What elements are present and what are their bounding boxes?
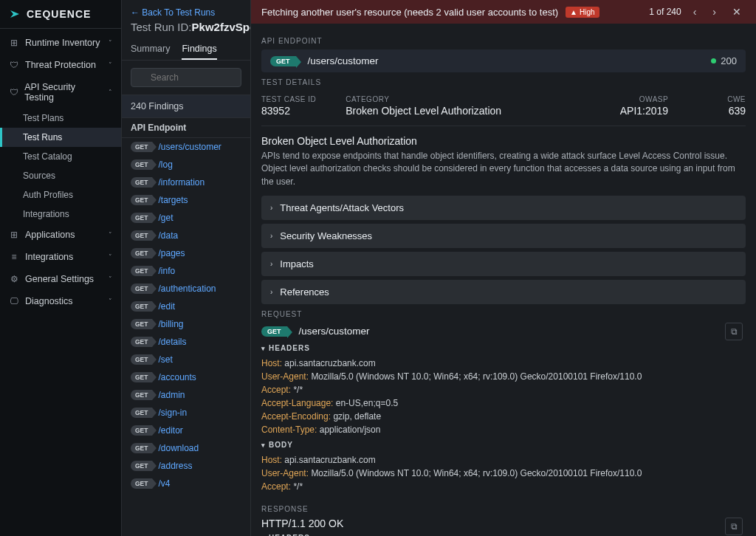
method-pill: GET — [270, 56, 296, 66]
endpoint-row[interactable]: GET/details — [122, 333, 250, 351]
back-link[interactable]: Back To Test Runs — [122, 0, 250, 21]
method-badge: GET — [131, 354, 152, 365]
method-badge: GET — [131, 443, 152, 453]
accordion-impacts[interactable]: ›Impacts — [261, 252, 746, 276]
accordion-references[interactable]: ›References — [261, 280, 746, 304]
header-line: Accept: */* — [261, 383, 746, 396]
endpoint-path: /accounts — [158, 372, 196, 382]
alert-title: Fetching another user's resource (needs … — [261, 7, 558, 18]
request-headers-toggle[interactable]: ▾HEADERS — [261, 344, 746, 352]
copy-request-button[interactable]: ⧉ — [725, 323, 743, 340]
endpoint-path: /pages — [158, 248, 185, 258]
nav-sub-test-catalog[interactable]: Test Catalog — [0, 147, 121, 166]
endpoint-row[interactable]: GET/sign-in — [122, 404, 250, 422]
endpoint-row[interactable]: GET/admin — [122, 386, 250, 404]
test-details-grid: TEST CASE ID 83952 CATEGORY Broken Objec… — [261, 91, 746, 126]
request-method-pill: GET — [261, 326, 287, 337]
close-button[interactable]: ✕ — [728, 6, 746, 18]
nav-label: General Settings — [25, 274, 94, 284]
method-badge: GET — [131, 337, 152, 347]
endpoint-row[interactable]: GET/editor — [122, 422, 250, 439]
endpoint-path: /targets — [158, 195, 188, 205]
section-response: RESPONSE — [261, 505, 746, 513]
method-badge: GET — [131, 390, 152, 400]
chevron-down-icon: ▾ — [261, 345, 266, 352]
endpoint-row[interactable]: GET/accounts — [122, 368, 250, 386]
alert-bar: Fetching another user's resource (needs … — [251, 0, 756, 24]
nav-item-runtime-inventory[interactable]: ⊞Runtime Inventory˅ — [0, 32, 121, 54]
endpoint-row[interactable]: GET/info — [122, 262, 250, 280]
endpoint-row[interactable]: GET/data — [122, 227, 250, 244]
nav-label: Integrations — [25, 252, 73, 262]
method-badge: GET — [131, 478, 152, 489]
endpoint-row[interactable]: GET/download — [122, 439, 250, 457]
endpoint-row[interactable]: GET/edit — [122, 298, 250, 315]
method-badge: GET — [131, 319, 152, 329]
section-request: REQUEST — [261, 310, 746, 318]
chevron-down-icon: ˅ — [109, 231, 112, 238]
column-header-endpoint: API Endpoint — [122, 118, 250, 138]
nav-sub-integrations[interactable]: Integrations — [0, 205, 121, 224]
request-body-toggle[interactable]: ▾BODY — [261, 441, 746, 449]
nav-item-applications[interactable]: ⊞Applications˅ — [0, 224, 121, 246]
search-input[interactable] — [131, 68, 241, 87]
nav-item-diagnostics[interactable]: 🖵Diagnostics˅ — [0, 290, 121, 312]
header-line: Accept-Encoding: gzip, deflate — [261, 410, 746, 423]
endpoint-path: /sign-in — [158, 408, 187, 418]
endpoint-path: /address — [158, 461, 192, 471]
tabs: Summary Findings — [122, 39, 250, 61]
chevron-right-icon: › — [270, 204, 272, 212]
endpoint-path: /details — [158, 337, 186, 347]
nav-icon: ≡ — [9, 252, 19, 262]
header-line: Host: api.santacruzbank.com — [261, 453, 746, 467]
method-badge: GET — [131, 301, 152, 312]
cwe: 639 — [727, 105, 746, 117]
header-line: Accept: */* — [261, 480, 746, 493]
endpoint-row[interactable]: GET/set — [122, 351, 250, 368]
endpoint-path: /get — [158, 213, 173, 223]
endpoint-row[interactable]: GET/get — [122, 209, 250, 227]
copy-response-button[interactable]: ⧉ — [725, 518, 743, 535]
accordion-label: References — [280, 286, 329, 298]
endpoint-row[interactable]: GET/log — [122, 156, 250, 173]
endpoint-row[interactable]: GET/targets — [122, 191, 250, 209]
accordion-threat-agents-attack-vectors[interactable]: ›Threat Agents/Attack Vectors — [261, 196, 746, 220]
nav-label: Applications — [25, 230, 75, 240]
nav-icon: ⊞ — [9, 38, 19, 48]
nav-sub-test-runs[interactable]: Test Runs — [0, 128, 121, 147]
endpoint-row[interactable]: GET/address — [122, 457, 250, 475]
nav-icon: ⚙ — [9, 274, 19, 284]
endpoint-row[interactable]: GET/v4 — [122, 475, 250, 492]
nav-item-api-security-testing[interactable]: 🛡API Security Testing˄ — [0, 76, 121, 109]
endpoint-path: /log — [158, 159, 172, 170]
accordion-label: Threat Agents/Attack Vectors — [280, 202, 404, 213]
prev-button[interactable]: ‹ — [689, 6, 701, 18]
tab-findings[interactable]: Findings — [182, 39, 216, 60]
endpoint-row[interactable]: GET/users/customer — [122, 138, 250, 156]
nav-sub-test-plans[interactable]: Test Plans — [0, 109, 121, 128]
nav-label: Threat Protection — [25, 60, 96, 70]
chevron-right-icon: › — [270, 232, 272, 240]
nav-item-general-settings[interactable]: ⚙General Settings˅ — [0, 268, 121, 290]
endpoint-path: /users/customer — [158, 142, 221, 152]
category: Broken Object Level Authorization — [346, 105, 501, 117]
method-badge: GET — [131, 142, 152, 152]
endpoint-row[interactable]: GET/authentication — [122, 280, 250, 298]
endpoint-row[interactable]: GET/information — [122, 173, 250, 191]
nav-sub-auth-profiles[interactable]: Auth Profiles — [0, 185, 121, 205]
endpoint-row[interactable]: GET/pages — [122, 244, 250, 262]
endpoint-path: /editor — [158, 425, 182, 436]
next-button[interactable]: › — [708, 6, 721, 18]
method-badge: GET — [131, 461, 152, 471]
method-badge: GET — [131, 195, 152, 205]
test-case-id: 83952 — [261, 105, 316, 117]
nav-item-integrations[interactable]: ≡Integrations˅ — [0, 246, 121, 268]
accordion-security-weaknesses[interactable]: ›Security Weaknesses — [261, 224, 746, 248]
nav-icon: 🛡 — [9, 60, 19, 70]
nav-icon: 🛡 — [9, 87, 18, 97]
nav-item-threat-protection[interactable]: 🛡Threat Protection˅ — [0, 54, 121, 76]
endpoint-row[interactable]: GET/billing — [122, 315, 250, 333]
method-badge: GET — [131, 230, 152, 241]
tab-summary[interactable]: Summary — [131, 39, 170, 60]
nav-sub-sources[interactable]: Sources — [0, 166, 121, 185]
